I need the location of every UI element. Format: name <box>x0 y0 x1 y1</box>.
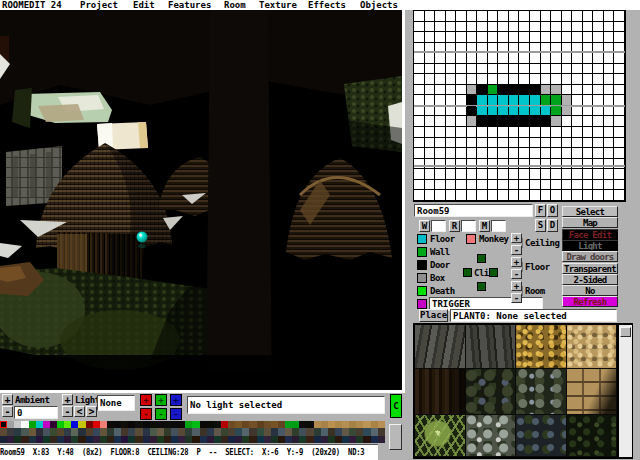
map-cell[interactable] <box>593 180 603 190</box>
map-cell[interactable] <box>530 95 540 105</box>
map-cell[interactable] <box>572 138 582 148</box>
palette-swatch[interactable] <box>249 436 256 443</box>
map-cell[interactable] <box>509 148 519 158</box>
map-cell[interactable] <box>593 190 603 200</box>
palette-swatch[interactable] <box>271 436 278 443</box>
palette-swatch[interactable] <box>78 436 85 443</box>
palette-swatch[interactable] <box>171 421 178 428</box>
map-cell[interactable] <box>562 74 572 84</box>
palette-swatch[interactable] <box>100 428 107 435</box>
map-cell[interactable] <box>477 138 487 148</box>
map-cell[interactable] <box>467 95 477 105</box>
palette-swatch[interactable] <box>143 436 150 443</box>
map-cell[interactable] <box>477 32 487 42</box>
map-cell[interactable] <box>530 74 540 84</box>
map-cell[interactable] <box>614 180 624 190</box>
map-cell[interactable] <box>425 148 435 158</box>
map-cell[interactable] <box>467 22 477 32</box>
palette-swatch[interactable] <box>14 436 21 443</box>
map-cell[interactable] <box>498 138 508 148</box>
map-cell[interactable] <box>425 180 435 190</box>
map-cell[interactable] <box>562 148 572 158</box>
palette-swatch[interactable] <box>86 428 93 435</box>
light-minus-button[interactable]: - <box>62 406 73 417</box>
blue-plus-button[interactable]: + <box>170 394 182 406</box>
ceiling-plus-button[interactable]: + <box>511 233 522 243</box>
light-prev-button[interactable]: < <box>74 406 85 417</box>
map-cell[interactable] <box>414 190 424 200</box>
map-cell[interactable] <box>477 11 487 21</box>
map-cell[interactable] <box>467 190 477 200</box>
map-cell[interactable] <box>488 138 498 148</box>
blue-minus-button[interactable]: - <box>170 408 182 420</box>
map-cell[interactable] <box>530 53 540 63</box>
map-cell[interactable] <box>604 53 614 63</box>
map-cell[interactable] <box>551 148 561 158</box>
map-cell[interactable] <box>519 138 529 148</box>
palette-swatch[interactable] <box>257 428 264 435</box>
map-cell[interactable] <box>425 138 435 148</box>
map-cell[interactable] <box>446 32 456 42</box>
map-cell[interactable] <box>498 32 508 42</box>
map-cell[interactable] <box>414 22 424 32</box>
map-cell[interactable] <box>614 95 624 105</box>
map-cell[interactable] <box>435 148 445 158</box>
map-cell[interactable] <box>562 127 572 137</box>
palette-swatch[interactable] <box>157 428 164 435</box>
map-cell[interactable] <box>572 180 582 190</box>
r-button[interactable]: R <box>449 220 460 232</box>
map-cell[interactable] <box>467 116 477 126</box>
palette-swatch[interactable] <box>207 436 214 443</box>
map-cell[interactable] <box>467 64 477 74</box>
map-cell[interactable] <box>446 169 456 179</box>
map-cell[interactable] <box>446 64 456 74</box>
palette-swatch[interactable] <box>314 436 321 443</box>
palette-swatch[interactable] <box>349 421 356 428</box>
palette-swatch[interactable] <box>306 436 313 443</box>
texture-tile-pebble-tan[interactable] <box>567 325 618 369</box>
palette-swatch[interactable] <box>157 436 164 443</box>
palette-swatch[interactable] <box>192 436 199 443</box>
map-cell[interactable] <box>604 148 614 158</box>
map-cell[interactable] <box>541 138 551 148</box>
map-cell[interactable] <box>604 11 614 21</box>
palette-swatch[interactable] <box>178 421 185 428</box>
map-cell[interactable] <box>456 138 466 148</box>
palette-swatch[interactable] <box>335 421 342 428</box>
map-cell[interactable] <box>583 95 593 105</box>
map-cell[interactable] <box>519 11 529 21</box>
map-cell[interactable] <box>593 148 603 158</box>
map-cell[interactable] <box>519 74 529 84</box>
map-cell[interactable] <box>498 53 508 63</box>
map-cell[interactable] <box>519 22 529 32</box>
palette-swatch[interactable] <box>285 428 292 435</box>
map-cell[interactable] <box>425 53 435 63</box>
map-cell[interactable] <box>456 180 466 190</box>
map-cell[interactable] <box>562 11 572 21</box>
map-cell[interactable] <box>446 53 456 63</box>
map-cell[interactable] <box>551 53 561 63</box>
map-cell[interactable] <box>414 85 424 95</box>
red-plus-button[interactable]: + <box>140 394 152 406</box>
palette-swatch[interactable] <box>278 428 285 435</box>
ambient-plus-button[interactable]: + <box>2 394 13 405</box>
map-cell[interactable] <box>551 138 561 148</box>
map-cell[interactable] <box>530 106 540 116</box>
palette-swatch[interactable] <box>314 428 321 435</box>
map-cell[interactable] <box>572 95 582 105</box>
palette-swatch[interactable] <box>114 421 121 428</box>
map-cell[interactable] <box>456 11 466 21</box>
map-cell[interactable] <box>456 85 466 95</box>
palette-swatch[interactable] <box>207 428 214 435</box>
map-cell[interactable] <box>425 22 435 32</box>
map-cell[interactable] <box>488 22 498 32</box>
palette-swatch[interactable] <box>363 421 370 428</box>
map-cell[interactable] <box>425 32 435 42</box>
palette-swatch[interactable] <box>107 428 114 435</box>
w-button[interactable]: W <box>419 220 430 232</box>
palette-swatch[interactable] <box>128 421 135 428</box>
map-cell[interactable] <box>572 169 582 179</box>
map-cell[interactable] <box>541 11 551 21</box>
map-cell[interactable] <box>519 95 529 105</box>
map-cell[interactable] <box>456 148 466 158</box>
